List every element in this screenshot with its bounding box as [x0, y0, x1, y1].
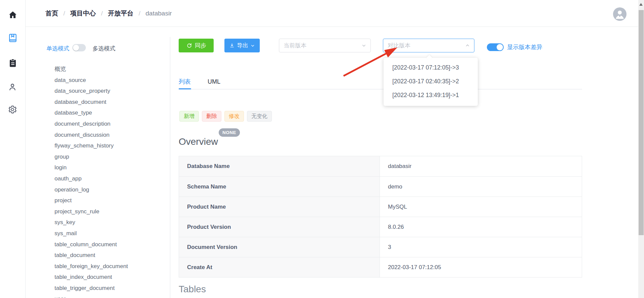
legend-added-badge: 新增 — [179, 111, 199, 122]
sidebar-item[interactable]: table_column_document — [55, 239, 166, 250]
overview-row-value: demo — [380, 177, 582, 197]
overview-row-value: MySQL — [380, 197, 582, 217]
table-row: Product Name MySQL — [179, 197, 582, 217]
sidebar-item[interactable]: sys_key — [55, 217, 166, 228]
version-option[interactable]: [2022-03-17 02:40:35]->2 — [384, 75, 478, 88]
compare-version-placeholder: 对比版本 — [388, 42, 410, 49]
overview-row-value: 2022-03-17 07:12:05 — [380, 257, 582, 277]
sidebar-item[interactable]: group — [55, 152, 166, 163]
compare-version-select[interactable]: 对比版本 — [383, 39, 474, 52]
refresh-icon — [186, 42, 192, 49]
breadcrumb-separator: / — [98, 10, 106, 17]
chevron-down-icon — [361, 43, 366, 48]
current-version-select[interactable]: 当前版本 — [279, 39, 371, 52]
sidebar-item[interactable]: flyway_schema_history — [55, 140, 166, 152]
overview-table: Database Name databasir Schema Name demo… — [179, 156, 582, 278]
scrollbar-up-arrow[interactable] — [639, 3, 643, 6]
home-icon[interactable] — [8, 10, 18, 20]
sidebar-item[interactable]: user — [55, 294, 166, 298]
scrollbar-thumb[interactable] — [639, 10, 644, 235]
table-row: Create At 2022-03-17 07:12:05 — [179, 257, 582, 277]
active-tab-underline — [179, 88, 191, 89]
overview-title: Overview — [179, 136, 218, 147]
status-badge-none: NONE — [219, 128, 240, 137]
table-list: 概览 data_source data_source_property data… — [55, 64, 166, 298]
chevron-up-icon — [465, 43, 470, 48]
table-row: Product Version 8.0.26 — [179, 217, 582, 237]
current-version-placeholder: 当前版本 — [284, 42, 307, 49]
chevron-down-icon — [250, 43, 255, 48]
sidebar-item[interactable]: document_description — [55, 119, 166, 130]
sidebar-item[interactable]: table_trigger_document — [55, 283, 166, 294]
breadcrumb-open-platform[interactable]: 开放平台 — [108, 10, 134, 17]
breadcrumb-project-center[interactable]: 项目中心 — [70, 10, 96, 17]
overview-row-value: databasir — [380, 156, 582, 176]
sidebar-item[interactable]: database_type — [55, 108, 166, 119]
toggle-knob — [73, 45, 79, 51]
show-diff-label: 显示版本差异 — [507, 43, 542, 51]
sidebar-item[interactable]: table_document — [55, 250, 166, 261]
sidebar-item[interactable]: oauth_app — [55, 173, 166, 184]
sidebar-item[interactable]: table_foreign_key_document — [55, 261, 166, 272]
legend-modified-badge: 修改 — [224, 111, 244, 122]
sidebar-item[interactable]: data_source_property — [55, 86, 166, 97]
tab-bar: 列表 UML — [179, 74, 582, 89]
breadcrumb-separator: / — [135, 10, 144, 17]
dropdown-notch — [427, 55, 432, 61]
legend-unchanged-badge: 无变化 — [247, 111, 272, 122]
document-book-icon[interactable] — [8, 33, 18, 43]
sidebar-item-overview[interactable]: 概览 — [55, 64, 166, 75]
icon-rail — [0, 0, 26, 298]
sync-button[interactable]: 同步 — [179, 39, 214, 52]
sidebar-item[interactable]: data_source — [55, 75, 166, 86]
show-diff-toggle[interactable] — [487, 43, 504, 51]
overview-row-label: Schema Name — [179, 177, 380, 197]
table-row: Document Version 3 — [179, 237, 582, 257]
tab-uml[interactable]: UML — [208, 74, 220, 89]
overview-row-value: 3 — [380, 237, 582, 257]
export-button[interactable]: 导出 — [224, 39, 260, 52]
overview-row-label: Create At — [179, 257, 380, 277]
table-row: Database Name databasir — [179, 156, 582, 176]
diff-legend: 新增 删除 修改 无变化 — [179, 111, 272, 122]
tab-list[interactable]: 列表 — [179, 74, 191, 89]
sidebar-item[interactable]: project — [55, 195, 166, 206]
settings-gear-icon[interactable] — [8, 105, 18, 115]
download-icon — [229, 43, 235, 48]
breadcrumb: 首页 / 项目中心 / 开放平台 / databasir — [45, 0, 172, 27]
version-option[interactable]: [2022-03-17 07:12:05]->3 — [384, 61, 478, 75]
tables-section-title: Tables — [179, 284, 206, 295]
multi-mode-label: 多选模式 — [93, 45, 115, 52]
overview-row-label: Database Name — [179, 156, 380, 176]
sidebar-item[interactable]: login — [55, 162, 166, 173]
sidebar-item[interactable]: sys_mail — [55, 228, 166, 239]
version-option[interactable]: [2022-03-12 13:49:19]->1 — [384, 88, 478, 102]
overview-row-value: 8.0.26 — [380, 217, 582, 237]
toggle-knob — [497, 44, 503, 50]
header: 首页 / 项目中心 / 开放平台 / databasir — [26, 0, 644, 27]
sidebar-item[interactable]: database_document — [55, 97, 166, 108]
breadcrumb-home[interactable]: 首页 — [45, 10, 58, 17]
mode-toggle[interactable] — [72, 44, 86, 51]
sidebar-item[interactable]: document_discussion — [55, 130, 166, 141]
overview-row-label: Product Version — [179, 217, 380, 237]
breadcrumb-separator: / — [60, 10, 68, 17]
single-mode-label: 单选模式 — [46, 45, 69, 52]
overview-row-label: Document Version — [179, 237, 380, 257]
vertical-divider — [170, 37, 170, 298]
sidebar-item[interactable]: table_index_document — [55, 272, 166, 283]
scrollbar-track — [638, 0, 644, 298]
clipboard-icon[interactable] — [8, 58, 18, 68]
sidebar-item[interactable]: operation_log — [55, 184, 166, 196]
version-dropdown: [2022-03-17 07:12:05]->3 [2022-03-17 02:… — [384, 58, 478, 106]
user-icon[interactable] — [8, 82, 18, 92]
table-row: Schema Name demo — [179, 176, 582, 197]
overview-row-label: Product Name — [179, 197, 380, 217]
breadcrumb-current-project: databasir — [146, 10, 172, 17]
export-button-label: 导出 — [237, 42, 248, 49]
sidebar-item[interactable]: project_sync_rule — [55, 206, 166, 217]
legend-deleted-badge: 删除 — [202, 111, 221, 122]
sidebar: 单选模式 多选模式 概览 data_source data_source_pro… — [26, 27, 170, 298]
sync-button-label: 同步 — [195, 42, 206, 49]
avatar[interactable] — [613, 7, 627, 21]
